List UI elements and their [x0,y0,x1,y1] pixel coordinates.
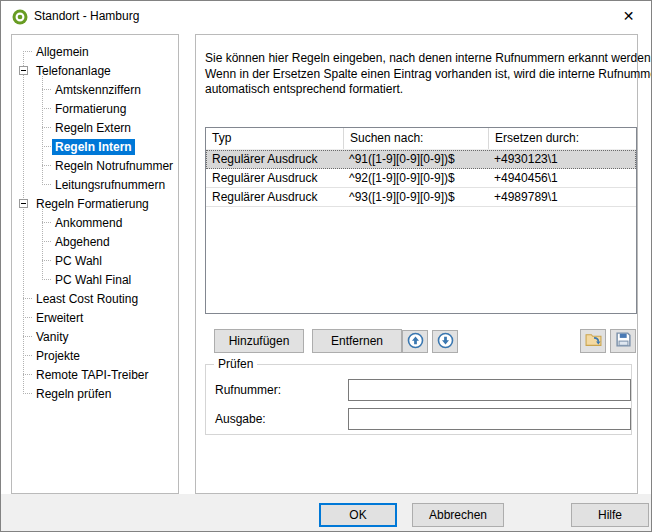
minus-box-icon[interactable] [19,199,28,208]
tree-item-regeln-notrufnummer[interactable]: Regeln Notrufnummer [52,156,176,175]
tree-connector-line [42,76,43,185]
settings-tree-panel: Allgemein Telefonanlage Amtskennziffern … [11,34,179,494]
app-target-icon [12,9,28,25]
import-rules-button[interactable] [580,329,606,353]
tree-item-least-cost-routing[interactable]: Least Cost Routing [33,289,141,308]
title-bar: Standort - Hamburg ✕ [1,1,651,32]
floppy-save-icon [615,331,632,351]
phone-number-input[interactable] [348,379,631,401]
settings-tree: Allgemein Telefonanlage Amtskennziffern … [12,35,178,493]
add-button[interactable]: Hinzufügen [214,329,304,353]
check-groupbox-title: Prüfen [214,357,257,371]
move-down-button[interactable] [432,330,458,353]
tree-item-leitungsrufnummern[interactable]: Leitungsrufnummern [52,175,168,194]
tree-item-telefonanlage[interactable]: Telefonanlage [33,61,114,80]
rules-table[interactable]: Typ Suchen nach: Ersetzen durch: Regulär… [205,127,637,314]
check-groupbox: Prüfen Rufnummer: Ausgabe: [205,364,632,435]
tree-item-abgehend[interactable]: Abgehend [52,232,113,251]
remove-button[interactable]: Entfernen [312,329,402,353]
ok-button[interactable]: OK [319,503,397,527]
tree-item-amtskennziffern[interactable]: Amtskennziffern [52,80,144,99]
arrow-down-circle-icon [437,332,454,352]
rules-table-header: Typ Suchen nach: Ersetzen durch: [206,128,636,150]
save-rules-button[interactable] [610,329,636,353]
tree-item-regeln-intern[interactable]: Regeln Intern [52,137,135,156]
tree-item-ankommend[interactable]: Ankommend [52,213,125,232]
tree-item-projekte[interactable]: Projekte [33,346,83,365]
close-icon[interactable]: ✕ [606,1,651,31]
rules-intern-page: Sie können hier Regeln eingeben, nach de… [195,34,638,494]
tree-connector-line [23,51,24,394]
table-row[interactable]: Regulärer Ausdruck ^93([1-9][0-9][0-9])$… [206,188,636,207]
tree-item-pc-wahl[interactable]: PC Wahl [52,251,105,270]
minus-box-icon[interactable] [19,66,28,75]
tree-connector-line [42,209,43,280]
window-title: Standort - Hamburg [34,9,139,23]
table-row[interactable]: Regulärer Ausdruck ^92([1-9][0-9][0-9])$… [206,169,636,188]
tree-item-pc-wahl-final[interactable]: PC Wahl Final [52,270,134,289]
column-header-suchen-nach[interactable]: Suchen nach: [343,128,488,149]
tree-item-regeln-pruefen[interactable]: Regeln prüfen [33,384,114,403]
arrow-up-circle-icon [407,332,424,352]
tree-item-remote-tapi-treiber[interactable]: Remote TAPI-Treiber [33,365,151,384]
cancel-button[interactable]: Abbrechen [412,503,504,527]
phone-number-label: Rufnummer: [215,383,281,397]
folder-import-icon [585,331,602,351]
tree-item-regeln-extern[interactable]: Regeln Extern [52,118,134,137]
output-label: Ausgabe: [215,412,266,426]
tree-item-formatierung[interactable]: Formatierung [52,99,129,118]
column-header-ersetzen-durch[interactable]: Ersetzen durch: [488,128,636,149]
dialog-footer: OK Abbrechen Hilfe [1,494,651,531]
column-header-typ[interactable]: Typ [206,128,343,149]
tree-item-regeln-formatierung[interactable]: Regeln Formatierung [33,194,152,213]
output-input[interactable] [348,408,631,430]
tree-item-allgemein[interactable]: Allgemein [33,42,92,61]
tree-item-vanity[interactable]: Vanity [33,327,71,346]
page-description: Sie können hier Regeln eingeben, nach de… [205,51,652,98]
table-row[interactable]: Regulärer Ausdruck ^91([1-9][0-9][0-9])$… [206,150,636,169]
move-up-button[interactable] [402,330,428,353]
help-button[interactable]: Hilfe [571,503,649,527]
tree-item-erweitert[interactable]: Erweitert [33,308,86,327]
